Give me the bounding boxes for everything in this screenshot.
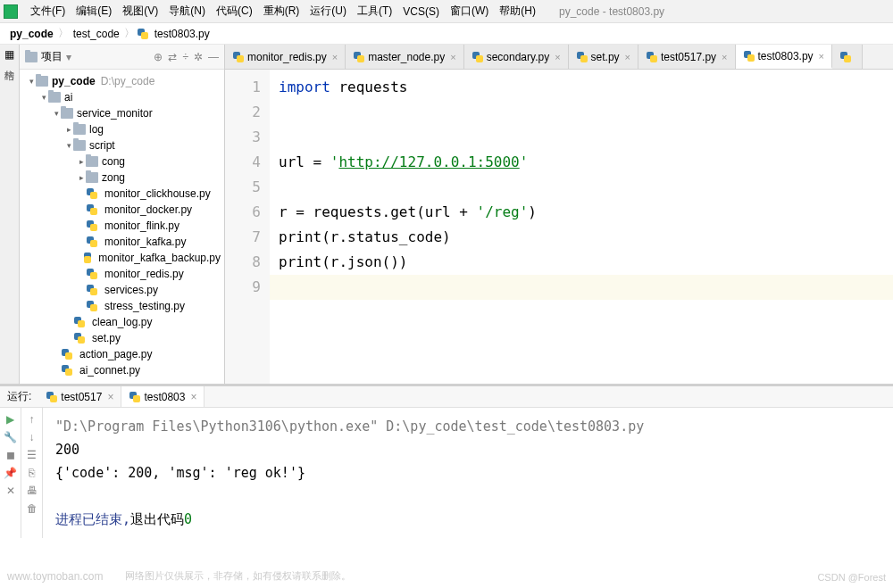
tree-label: py_code <box>52 75 96 87</box>
expand-arrow-icon[interactable]: ▸ <box>77 173 86 182</box>
editor-tab[interactable]: test0517.py× <box>638 45 735 69</box>
python-file-icon <box>73 332 86 344</box>
dropdown-icon[interactable]: ▾ <box>66 51 71 63</box>
python-file-icon <box>86 187 98 200</box>
tree-row[interactable]: set.py <box>20 330 224 346</box>
project-sidebar: 项目 ▾ ⊕ ⇄ ÷ ✲ — ▾ py_code D:\py_code ▾ai▾… <box>20 45 225 384</box>
tree-row[interactable]: ai_connet.py <box>20 362 224 378</box>
console-line: 200 <box>55 438 880 461</box>
run-tabs-bar: 运行: test0517×test0803× <box>0 386 893 408</box>
python-file-icon <box>61 364 73 377</box>
close-icon[interactable]: ✕ <box>4 484 17 497</box>
close-icon[interactable]: × <box>332 52 338 62</box>
menu-tools[interactable]: 工具(T) <box>352 4 397 19</box>
expand-arrow-icon[interactable]: ▾ <box>39 93 48 102</box>
menu-file[interactable]: 文件(F) <box>25 4 71 19</box>
close-icon[interactable]: × <box>555 52 560 62</box>
wrap-icon[interactable]: ☰ <box>26 449 38 461</box>
close-icon[interactable]: × <box>190 391 196 403</box>
run-tab[interactable]: test0803× <box>121 386 204 407</box>
menu-help[interactable]: 帮助(H) <box>494 4 541 19</box>
trash-icon[interactable]: 🗑 <box>26 502 38 515</box>
tree-row[interactable]: ▸zong <box>20 170 224 186</box>
editor-tab[interactable]: test0803.py× <box>736 45 832 69</box>
close-icon[interactable]: × <box>819 51 824 62</box>
tree-row[interactable]: ▸cong <box>20 153 224 170</box>
close-icon[interactable]: × <box>625 52 630 62</box>
tree-row[interactable]: ▾service_monitor <box>20 105 224 121</box>
tree-label: monitor_flink.py <box>104 219 179 232</box>
code-editor[interactable]: 123456789 import requests url = 'http://… <box>225 70 893 384</box>
settings-icon[interactable]: ✲ <box>194 51 203 63</box>
left-tool-gutter[interactable]: ▦ 结构 <box>0 45 20 384</box>
menu-run[interactable]: 运行(U) <box>305 4 352 19</box>
python-file-icon <box>232 51 245 63</box>
line-number: 6 <box>225 200 261 225</box>
editor-tabs: monitor_redis.py×master_node.py×secondar… <box>225 45 893 70</box>
close-icon[interactable]: × <box>450 52 455 62</box>
console-output[interactable]: "D:\Program Files\Python3106\python.exe"… <box>43 408 893 538</box>
stop-icon[interactable]: ◼ <box>4 449 17 461</box>
tree-root[interactable]: ▾ py_code D:\py_code <box>20 73 224 89</box>
run-tab[interactable]: test0517× <box>38 386 121 407</box>
line-number: 5 <box>225 175 261 200</box>
expand-arrow-icon[interactable]: ▾ <box>64 141 73 150</box>
pin-icon[interactable]: 📌 <box>4 467 17 479</box>
expand-arrow-icon[interactable]: ▾ <box>52 109 61 118</box>
tree-row[interactable]: monitor_kafka.py <box>20 234 224 250</box>
down-icon[interactable]: ↓ <box>26 431 38 443</box>
tree-row[interactable]: action_page.py <box>20 346 224 362</box>
tree-label: service_monitor <box>77 107 153 120</box>
tree-path-hint: D:\py_code <box>101 75 155 87</box>
collapse-icon[interactable]: ÷ <box>182 51 188 63</box>
menu-window[interactable]: 窗口(W) <box>445 4 494 19</box>
python-file-icon <box>83 252 92 264</box>
expand-arrow-icon[interactable]: ▾ <box>27 77 36 86</box>
tree-row[interactable]: monitor_kafka_backup.py <box>20 250 224 266</box>
tree-row[interactable]: ▾script <box>20 137 224 153</box>
hide-icon[interactable]: — <box>208 51 219 63</box>
tree-row[interactable]: monitor_redis.py <box>20 266 224 282</box>
python-file-icon <box>86 268 98 280</box>
menu-edit[interactable]: 编辑(E) <box>71 4 117 19</box>
close-icon[interactable]: × <box>107 391 113 403</box>
code-content[interactable]: import requests url = 'http://127.0.0.1:… <box>270 70 893 384</box>
tree-row[interactable]: ▸log <box>20 121 224 137</box>
editor-tab[interactable]: monitor_redis.py× <box>225 45 346 69</box>
python-file-icon <box>46 391 58 403</box>
editor-tab-overflow[interactable] <box>832 45 863 69</box>
scroll-icon[interactable]: ⎘ <box>26 467 38 479</box>
tree-row[interactable]: monitor_flink.py <box>20 218 224 234</box>
menu-vcs[interactable]: VCS(S) <box>397 5 445 18</box>
project-tool-icon[interactable]: ▦ <box>4 48 15 59</box>
crumb-file[interactable]: test0803.py <box>152 28 213 40</box>
tree-row[interactable]: stress_testing.py <box>20 298 224 314</box>
expand-arrow-icon[interactable]: ▸ <box>64 125 73 134</box>
menu-navigate[interactable]: 导航(N) <box>163 4 211 19</box>
editor-tab[interactable]: set.py× <box>569 45 638 69</box>
close-icon[interactable]: × <box>722 52 727 62</box>
sidebar-tools: ⊕ ⇄ ÷ ✲ — <box>154 51 219 63</box>
menu-view[interactable]: 视图(V) <box>117 4 163 19</box>
menu-code[interactable]: 代码(C) <box>211 4 258 19</box>
locate-icon[interactable]: ⊕ <box>154 51 163 63</box>
editor-tab[interactable]: master_node.py× <box>346 45 464 69</box>
crumb-folder[interactable]: test_code <box>71 28 122 40</box>
editor-tab[interactable]: secondary.py× <box>464 45 569 69</box>
up-icon[interactable]: ↑ <box>26 413 38 426</box>
print-icon[interactable]: 🖶 <box>26 484 38 497</box>
run-icon[interactable]: ▶ <box>4 413 17 426</box>
wrench-icon[interactable]: 🔧 <box>4 431 17 443</box>
expand-arrow-icon[interactable]: ▸ <box>77 157 86 166</box>
tree-row[interactable]: monitor_clickhouse.py <box>20 186 224 202</box>
expand-icon[interactable]: ⇄ <box>168 51 177 63</box>
crumb-root[interactable]: py_code <box>7 28 56 40</box>
tab-label: master_node.py <box>368 51 445 63</box>
folder-icon <box>25 52 38 62</box>
tab-label: set.py <box>591 51 620 63</box>
tree-row[interactable]: clean_log.py <box>20 314 224 330</box>
tree-row[interactable]: monitor_docker.py <box>20 202 224 218</box>
tree-row[interactable]: ▾ai <box>20 89 224 105</box>
menu-refactor[interactable]: 重构(R) <box>258 4 305 19</box>
tree-row[interactable]: services.py <box>20 282 224 298</box>
